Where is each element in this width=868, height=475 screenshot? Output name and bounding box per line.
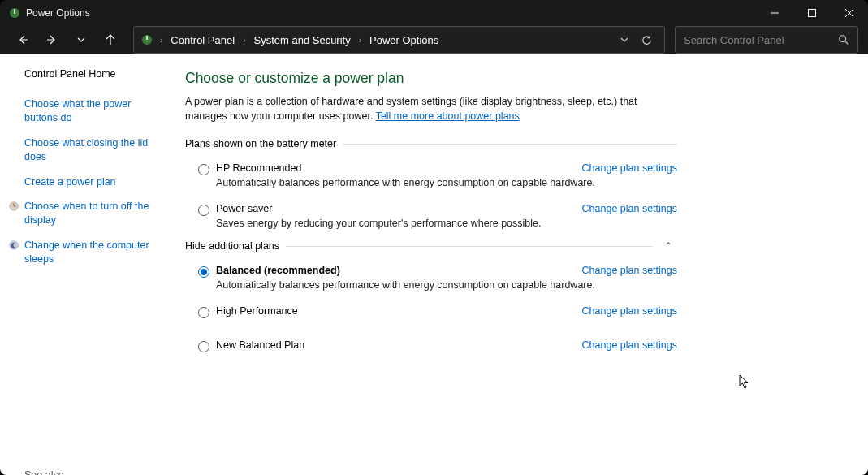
address-bar[interactable]: › Control Panel › System and Security › … [133,26,665,54]
plan-description: Automatically balances performance with … [216,177,677,188]
plan-option: Power saver Change plan settings Saves e… [185,200,677,240]
refresh-icon[interactable] [641,34,653,46]
radio-high-performance[interactable] [198,307,209,318]
plan-name[interactable]: New Balanced Plan [216,339,574,351]
maximize-button[interactable] [793,0,831,26]
chevron-down-icon[interactable] [620,35,629,45]
sidebar-link[interactable]: Change when the computer sleeps [24,239,161,266]
search-input[interactable]: Search Control Panel [675,26,858,54]
location-icon [140,33,153,46]
breadcrumb-item[interactable]: Power Options [368,32,440,48]
plan-option: New Balanced Plan Change plan settings [185,336,677,364]
plan-option: HP Recommended Change plan settings Auto… [185,159,677,200]
radio-balanced[interactable] [198,266,209,278]
recent-dropdown[interactable] [68,27,94,53]
breadcrumb-item[interactable]: Control Panel [169,32,236,48]
sidebar: Control Panel Home Choose what the power… [0,54,171,475]
plan-description: Automatically balances performance with … [216,279,677,291]
svg-line-12 [845,41,849,45]
search-placeholder: Search Control Panel [684,34,838,46]
plan-option: High Performance Change plan settings [185,302,677,336]
see-also-heading: See also [24,469,161,475]
breadcrumb-item[interactable]: System and Security [252,32,352,48]
svg-rect-3 [809,10,816,17]
titlebar: Power Options [0,0,868,26]
app-icon [8,6,21,19]
forward-button[interactable] [39,27,65,53]
sidebar-link[interactable]: Choose what the power buttons do [24,97,161,125]
change-plan-settings-link[interactable]: Change plan settings [582,265,677,276]
svg-rect-10 [146,36,148,40]
radio-hp-recommended[interactable] [198,164,209,175]
section-additional-plans[interactable]: Hide additional plans ⌃ [185,240,677,252]
radio-new-balanced[interactable] [198,341,209,352]
change-plan-settings-link[interactable]: Change plan settings [582,162,677,174]
sleep-icon [8,240,19,251]
control-panel-home-link[interactable]: Control Panel Home [24,68,161,80]
plan-name[interactable]: High Performance [216,305,574,317]
radio-power-saver[interactable] [198,205,209,216]
plan-name[interactable]: Power saver [216,203,574,214]
main-panel: ? Choose or customize a power plan A pow… [171,54,868,475]
plan-name[interactable]: HP Recommended [216,162,574,174]
svg-point-11 [840,36,846,42]
change-plan-settings-link[interactable]: Change plan settings [582,305,677,317]
page-heading: Choose or customize a power plan [185,70,677,87]
chevron-right-icon: › [240,36,248,45]
back-button[interactable] [10,27,36,53]
search-icon [838,34,849,45]
learn-more-link[interactable]: Tell me more about power plans [376,110,520,122]
close-button[interactable] [831,0,868,26]
window-title: Power Options [26,7,756,19]
chevron-up-icon[interactable]: ⌃ [659,240,677,252]
up-button[interactable] [97,27,123,53]
plan-option: Balanced (recommended) Change plan setti… [185,261,677,302]
sidebar-link[interactable]: Choose what closing the lid does [24,136,161,164]
sidebar-link[interactable]: Create a power plan [24,175,161,189]
svg-rect-1 [14,9,15,14]
minimize-button[interactable] [756,0,793,26]
plan-name[interactable]: Balanced (recommended) [216,265,574,276]
chevron-right-icon: › [157,36,166,45]
display-off-icon [8,201,19,212]
sidebar-link[interactable]: Choose when to turn off the display [24,200,161,227]
navbar: › Control Panel › System and Security › … [0,26,868,54]
change-plan-settings-link[interactable]: Change plan settings [582,339,677,351]
chevron-right-icon: › [356,36,365,45]
change-plan-settings-link[interactable]: Change plan settings [582,203,677,214]
page-description: A power plan is a collection of hardware… [185,95,677,123]
plan-description: Saves energy by reducing your computer's… [216,218,677,229]
section-battery-plans: Plans shown on the battery meter [185,138,677,149]
